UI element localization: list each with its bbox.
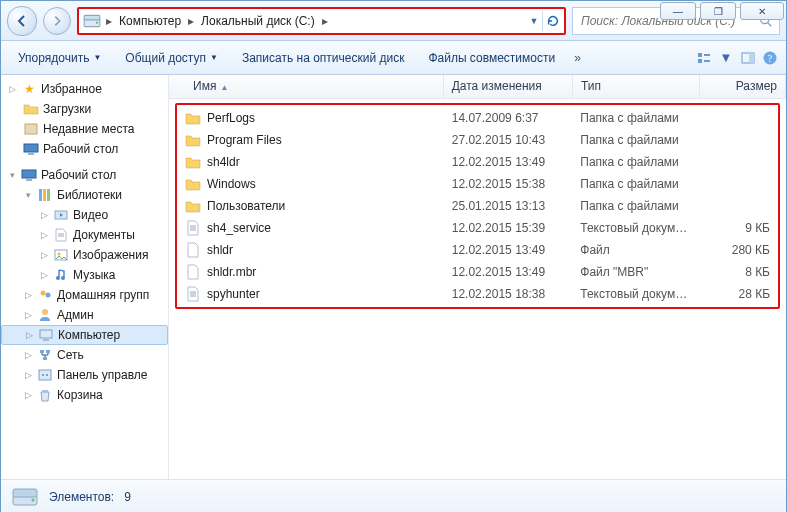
command-bar: Упорядочить▼ Общий доступ▼ Записать на о… [1, 41, 786, 75]
drive-icon [11, 485, 39, 509]
breadcrumb-sep-icon: ▸ [319, 14, 331, 28]
computer-icon [38, 327, 54, 343]
help-button[interactable]: ? [762, 50, 778, 66]
sort-asc-icon: ▲ [220, 83, 228, 92]
help-icon: ? [762, 50, 778, 66]
breadcrumb-seg-1[interactable]: Локальный диск (C:) [197, 9, 319, 33]
svg-rect-16 [22, 170, 36, 178]
tree-recent[interactable]: Недавние места [1, 119, 168, 139]
svg-rect-14 [24, 144, 38, 152]
svg-rect-5 [698, 53, 702, 57]
file-row[interactable]: shldr12.02.2015 13:49Файл280 КБ [177, 239, 778, 261]
svg-rect-20 [47, 189, 50, 201]
chevron-down-icon: ▼ [210, 53, 218, 62]
overflow-chevrons-icon[interactable]: » [570, 51, 585, 65]
organize-menu[interactable]: Упорядочить▼ [9, 46, 110, 70]
file-date: 12.02.2015 18:38 [444, 287, 573, 301]
pictures-icon [53, 247, 69, 263]
file-row[interactable]: Program Files27.02.2015 10:43Папка с фай… [177, 129, 778, 151]
homegroup-icon [37, 287, 53, 303]
control-panel-icon [37, 367, 53, 383]
svg-point-26 [58, 253, 61, 256]
svg-rect-40 [42, 390, 48, 392]
nav-back-button[interactable] [7, 6, 37, 36]
file-date: 12.02.2015 13:49 [444, 243, 573, 257]
tree-documents[interactable]: ▷Документы [1, 225, 168, 245]
svg-point-28 [61, 276, 65, 280]
folder-icon [185, 198, 201, 214]
column-name[interactable]: Имя▲ [169, 75, 444, 98]
file-row[interactable]: Windows12.02.2015 15:38Папка с файлами [177, 173, 778, 195]
preview-pane-button[interactable] [740, 50, 756, 66]
tree-homegroup[interactable]: ▷Домашняя групп [1, 285, 168, 305]
file-name: shldr.mbr [207, 265, 256, 279]
file-row[interactable]: sh4_service12.02.2015 15:39Текстовый док… [177, 217, 778, 239]
file-row[interactable]: Пользователи25.01.2015 13:13Папка с файл… [177, 195, 778, 217]
column-size[interactable]: Размер [700, 75, 786, 98]
minimize-button[interactable]: — [660, 2, 696, 20]
breadcrumb-seg-0[interactable]: Компьютер [115, 9, 185, 33]
file-type: Папка с файлами [572, 199, 699, 213]
nav-forward-button[interactable] [43, 7, 71, 35]
file-type: Папка с файлами [572, 111, 699, 125]
file-type: Папка с файлами [572, 133, 699, 147]
file-icon [185, 242, 201, 258]
tree-desktop-fav[interactable]: Рабочий стол [1, 139, 168, 159]
file-row[interactable]: PerfLogs14.07.2009 6:37Папка с файлами [177, 107, 778, 129]
close-button[interactable]: ✕ [740, 2, 784, 20]
share-menu[interactable]: Общий доступ▼ [116, 46, 227, 70]
address-history-dropdown[interactable]: ▼ [526, 16, 542, 26]
arrow-right-icon [50, 14, 64, 28]
column-headers: Имя▲ Дата изменения Тип Размер [169, 75, 786, 99]
tree-music[interactable]: ▷Музыка [1, 265, 168, 285]
address-bar[interactable]: ▸ Компьютер ▸ Локальный диск (C:) ▸ ▼ [77, 7, 566, 35]
view-options-dropdown[interactable]: ▼ [718, 50, 734, 66]
view-icon [696, 50, 712, 66]
svg-rect-15 [28, 153, 34, 155]
user-icon [37, 307, 53, 323]
tree-recycle-bin[interactable]: ▷Корзина [1, 385, 168, 405]
file-date: 27.02.2015 10:43 [444, 133, 573, 147]
column-type[interactable]: Тип [573, 75, 700, 98]
libraries-icon [37, 187, 53, 203]
view-options-button[interactable] [696, 50, 712, 66]
chevron-down-icon: ▼ [93, 53, 101, 62]
tree-favorites[interactable]: ▷★Избранное [1, 79, 168, 99]
tree-admin[interactable]: ▷Админ [1, 305, 168, 325]
maximize-icon: ❐ [714, 6, 723, 17]
tree-computer[interactable]: ▷Компьютер [1, 325, 168, 345]
compat-label: Файлы совместимости [428, 51, 555, 65]
column-date[interactable]: Дата изменения [444, 75, 573, 98]
folder-icon [185, 110, 201, 126]
file-row[interactable]: shldr.mbr12.02.2015 13:49Файл "MBR"8 КБ [177, 261, 778, 283]
nav-tree[interactable]: ▷★Избранное Загрузки Недавние места Рабо… [1, 75, 169, 479]
burn-button[interactable]: Записать на оптический диск [233, 46, 414, 70]
tree-pictures[interactable]: ▷Изображения [1, 245, 168, 265]
breadcrumb-sep-icon: ▸ [103, 14, 115, 28]
svg-point-2 [96, 21, 98, 23]
file-row[interactable]: sh4ldr12.02.2015 13:49Папка с файлами [177, 151, 778, 173]
file-row[interactable]: spyhunter12.02.2015 18:38Текстовый докум… [177, 283, 778, 305]
file-rows: PerfLogs14.07.2009 6:37Папка с файламиPr… [175, 103, 780, 309]
network-icon [37, 347, 53, 363]
svg-rect-10 [749, 53, 754, 63]
tree-libraries[interactable]: ▾Библиотеки [1, 185, 168, 205]
desktop-icon [21, 167, 37, 183]
tree-downloads[interactable]: Загрузки [1, 99, 168, 119]
file-size: 9 КБ [699, 221, 778, 235]
tree-videos[interactable]: ▷Видео [1, 205, 168, 225]
refresh-button[interactable] [542, 11, 562, 31]
tree-desktop[interactable]: ▾Рабочий стол [1, 165, 168, 185]
svg-rect-18 [39, 189, 42, 201]
svg-point-29 [41, 291, 46, 296]
file-date: 12.02.2015 15:38 [444, 177, 573, 191]
file-type: Файл "MBR" [572, 265, 699, 279]
tree-network[interactable]: ▷Сеть [1, 345, 168, 365]
svg-rect-35 [46, 350, 50, 353]
video-icon [53, 207, 69, 223]
recycle-icon [37, 387, 53, 403]
tree-control-panel[interactable]: ▷Панель управле [1, 365, 168, 385]
maximize-button[interactable]: ❐ [700, 2, 736, 20]
recent-icon [23, 121, 39, 137]
compat-button[interactable]: Файлы совместимости [419, 46, 564, 70]
